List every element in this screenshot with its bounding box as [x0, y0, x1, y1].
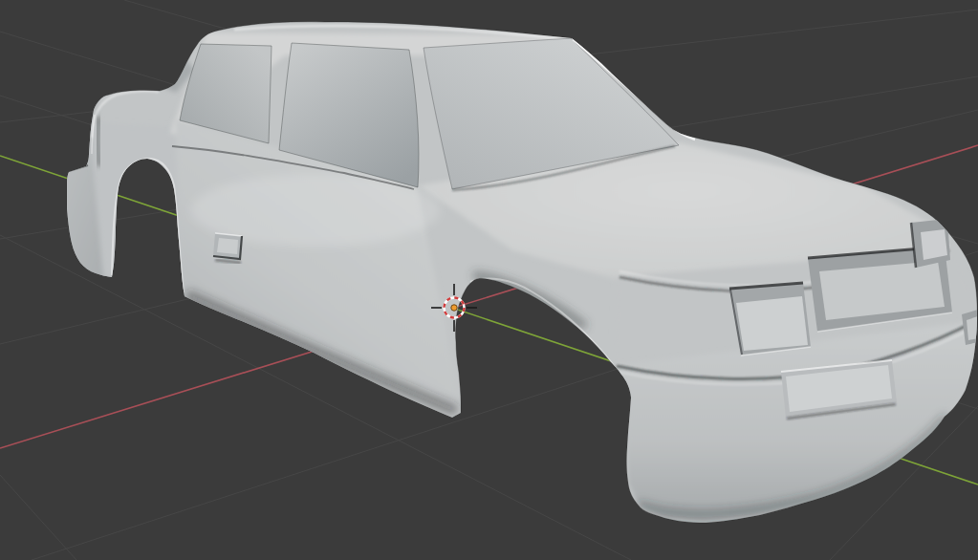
tail-concave-shadow — [98, 117, 99, 166]
3d-viewport[interactable] — [0, 0, 978, 560]
headlight-recess — [729, 283, 811, 355]
cursor-center-dot — [451, 305, 457, 311]
